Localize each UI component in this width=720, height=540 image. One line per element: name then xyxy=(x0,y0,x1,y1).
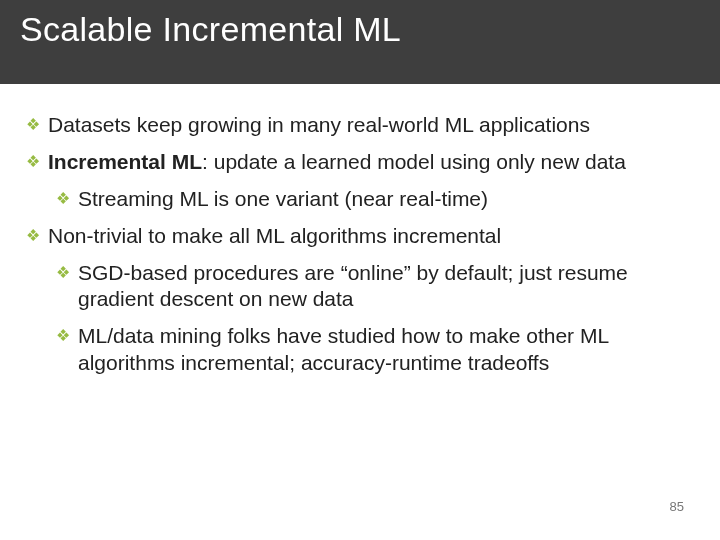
bullet-text-bold: Incremental ML xyxy=(48,150,202,173)
bullet-sub-item: ML/data mining folks have studied how to… xyxy=(56,323,694,377)
bullet-sub-item: SGD-based procedures are “online” by def… xyxy=(56,260,694,314)
bullet-text: Non-trivial to make all ML algorithms in… xyxy=(48,224,501,247)
bullet-text: SGD-based procedures are “online” by def… xyxy=(78,261,628,311)
bullet-text: Datasets keep growing in many real-world… xyxy=(48,113,590,136)
bullet-text: Streaming ML is one variant (near real-t… xyxy=(78,187,488,210)
content-area: Datasets keep growing in many real-world… xyxy=(0,84,720,377)
bullet-item: Datasets keep growing in many real-world… xyxy=(26,112,694,139)
bullet-text: : update a learned model using only new … xyxy=(202,150,626,173)
bullet-text: ML/data mining folks have studied how to… xyxy=(78,324,608,374)
bullet-item: Non-trivial to make all ML algorithms in… xyxy=(26,223,694,250)
page-number: 85 xyxy=(670,499,684,514)
bullet-sub-item: Streaming ML is one variant (near real-t… xyxy=(56,186,694,213)
slide: Scalable Incremental ML Datasets keep gr… xyxy=(0,0,720,540)
slide-title: Scalable Incremental ML xyxy=(20,10,700,49)
bullet-item: Incremental ML: update a learned model u… xyxy=(26,149,694,176)
title-bar: Scalable Incremental ML xyxy=(0,0,720,84)
